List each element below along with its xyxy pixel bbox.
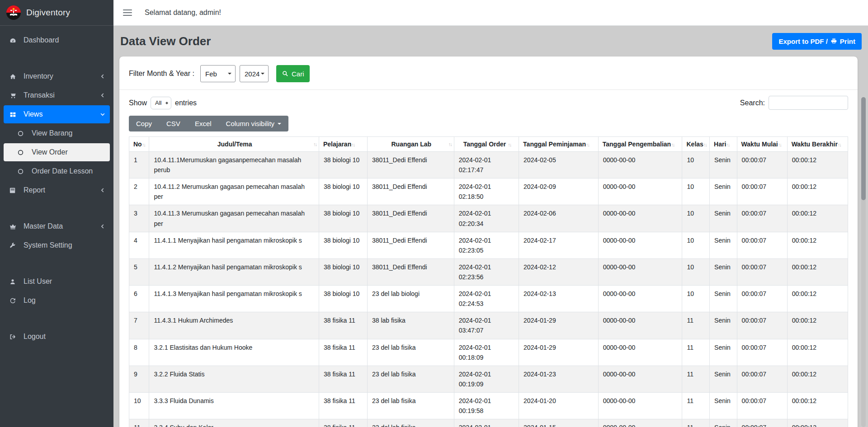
cell-waktu-berakhir: 00:00:12 <box>787 232 848 258</box>
cell-tanggal-pengembalian: 0000-00-00 <box>598 366 682 392</box>
copy-button[interactable]: Copy <box>129 116 159 131</box>
scrollbar-thumb[interactable] <box>861 97 866 200</box>
cell-tanggal-pengembalian: 0000-00-00 <box>598 286 682 312</box>
sort-icon <box>586 142 589 147</box>
cell-tanggal-order: 2024-02-01 00:18:09 <box>454 339 519 366</box>
cell-tanggal-pengembalian: 0000-00-00 <box>598 178 682 205</box>
cell-judul-tema: 3.2.2 Fluida Statis <box>149 366 319 392</box>
wrench-icon <box>9 242 19 249</box>
sidebar-item-master-data[interactable]: Master Data <box>4 217 110 235</box>
cell-waktu-mulai: 00:00:07 <box>737 178 787 205</box>
cell-ruangan-lab: 38011_Dedi Effendi <box>367 232 454 258</box>
column-header-judul-tema[interactable]: Judul/Tema <box>149 137 319 152</box>
sort-icon <box>778 142 781 147</box>
sidebar-item-system-setting[interactable]: System Setting <box>4 236 110 254</box>
column-header-waktu-berakhir[interactable]: Waktu Berakhir <box>787 137 848 152</box>
sidebar-item-views[interactable]: Views <box>4 105 110 123</box>
logout-icon <box>9 333 19 341</box>
cell-pelajaran: 38 biologi 10 <box>319 232 367 258</box>
book-icon <box>9 187 19 194</box>
sidebar-item-logout[interactable]: Logout <box>4 328 110 346</box>
cell-tanggal-order: 2024-02-01 02:24:53 <box>454 286 519 312</box>
sidebar-item-report[interactable]: Report <box>4 181 110 199</box>
cell-pelajaran: 38 fisika 11 <box>319 392 367 419</box>
page-title: Data View Order <box>120 34 211 48</box>
column-header-waktu-mulai[interactable]: Waktu Mulai <box>737 137 787 152</box>
cell-pelajaran: 38 fisika 11 <box>319 366 367 392</box>
cell-judul-tema: 3.3.3 Fluida Dunamis <box>149 392 319 419</box>
sidebar-item-list-user[interactable]: List User <box>4 272 110 291</box>
circle-icon <box>17 149 27 156</box>
cari-button[interactable]: Cari <box>276 65 310 82</box>
sort-icon <box>142 142 145 147</box>
excel-button[interactable]: Excel <box>188 116 219 131</box>
sidebar-item-view-order[interactable]: View Order <box>4 143 110 161</box>
cell-ruangan-lab: 38 lab fisika <box>367 312 454 339</box>
cell-pelajaran: 38 biologi 10 <box>319 178 367 205</box>
vertical-scrollbar[interactable] <box>861 97 866 427</box>
export-pdf-print-button[interactable]: Export to PDF / Print <box>772 33 862 50</box>
cell-tanggal-order: 2024-02-01 02:20:34 <box>454 205 519 232</box>
sidebar-item-dashboard[interactable]: Dashboard <box>4 31 110 49</box>
cell-waktu-mulai: 00:00:07 <box>737 419 787 427</box>
cell-pelajaran: 38 biologi 10 <box>319 258 367 285</box>
year-select[interactable]: 2024 <box>240 65 269 82</box>
cell-hari: Senin <box>710 232 737 258</box>
column-label: Ruangan Lab <box>392 141 432 148</box>
column-visibility-button[interactable]: Column visibility <box>219 116 289 131</box>
sidebar-item-transaksi[interactable]: Transaksi <box>4 86 110 104</box>
table-row: 4 11.4.1.1 Menyajikan hasil pengamatan m… <box>129 232 848 258</box>
cell-waktu-berakhir: 00:00:12 <box>787 152 848 178</box>
search-label: Search: <box>740 99 765 107</box>
sidebar-item-label: Logout <box>24 333 46 341</box>
page-length-value: All <box>155 99 161 106</box>
cell-hari: Senin <box>710 312 737 339</box>
sidebar-item-label: Dashboard <box>24 36 59 44</box>
page-length-select[interactable]: All <box>151 97 171 109</box>
cell-pelajaran: 38 biologi 10 <box>319 205 367 232</box>
sort-icon <box>838 142 841 147</box>
cell-tanggal-peminjaman: 2024-02-17 <box>519 232 599 258</box>
chevron-left-icon <box>100 93 105 98</box>
column-header-tanggal-pengembalian[interactable]: Tanggal Pengembalian <box>598 137 682 152</box>
month-select[interactable]: Feb <box>200 65 236 82</box>
column-header-ruangan-lab[interactable]: Ruangan Lab <box>367 137 454 152</box>
csv-button[interactable]: CSV <box>159 116 188 131</box>
chevron-left-icon <box>100 224 105 229</box>
sort-icon <box>448 141 452 147</box>
cell-ruangan-lab: 38011_Dedi Effendi <box>367 258 454 285</box>
export-label: Export to PDF / <box>778 38 827 45</box>
cell-waktu-mulai: 00:00:07 <box>737 205 787 232</box>
column-header-hari[interactable]: Hari <box>710 137 737 152</box>
sidebar-item-label: Inventory <box>24 72 53 80</box>
cell-tanggal-peminjaman: 2024-02-05 <box>519 152 599 178</box>
cell-tanggal-pengembalian: 0000-00-00 <box>598 152 682 178</box>
cell-tanggal-pengembalian: 0000-00-00 <box>598 419 682 427</box>
sidebar-item-label: Order Date Lesson <box>32 167 93 175</box>
column-header-tanggal-order[interactable]: Tanggal Order <box>454 137 519 152</box>
column-header-tanggal-peminjaman[interactable]: Tanggal Peminjaman <box>519 137 599 152</box>
cell-tanggal-peminjaman: 2024-02-06 <box>519 205 599 232</box>
cell-judul-tema: 3.3.4 Suhu dan Kalor <box>149 419 319 427</box>
sidebar-item-order-date-lesson[interactable]: Order Date Lesson <box>4 162 110 180</box>
sidebar-item-view-barang[interactable]: View Barang <box>4 124 110 142</box>
cell-hari: Senin <box>710 339 737 366</box>
cell-waktu-berakhir: 00:00:12 <box>787 205 848 232</box>
sidebar-item-inventory[interactable]: Inventory <box>4 67 110 85</box>
cell-no: 5 <box>129 258 149 285</box>
hamburger-button[interactable] <box>123 8 132 18</box>
column-header-kelas[interactable]: Kelas <box>682 137 710 152</box>
column-label: Judul/Tema <box>217 141 252 148</box>
column-header-no[interactable]: No <box>129 137 149 152</box>
column-header-pelajaran[interactable]: Pelajaran <box>319 137 367 152</box>
cell-kelas: 11 <box>682 419 710 427</box>
cell-no: 10 <box>129 392 149 419</box>
cell-waktu-berakhir: 00:00:12 <box>787 366 848 392</box>
cell-waktu-mulai: 00:00:07 <box>737 258 787 285</box>
brand[interactable]: Digiventory <box>0 0 113 26</box>
search-input[interactable] <box>769 96 848 110</box>
sidebar-item-log[interactable]: Log <box>4 291 110 310</box>
cell-no: 9 <box>129 366 149 392</box>
cell-tanggal-peminjaman: 2024-02-12 <box>519 258 599 285</box>
cell-tanggal-order: 2024-02-01 02:18:50 <box>454 178 519 205</box>
